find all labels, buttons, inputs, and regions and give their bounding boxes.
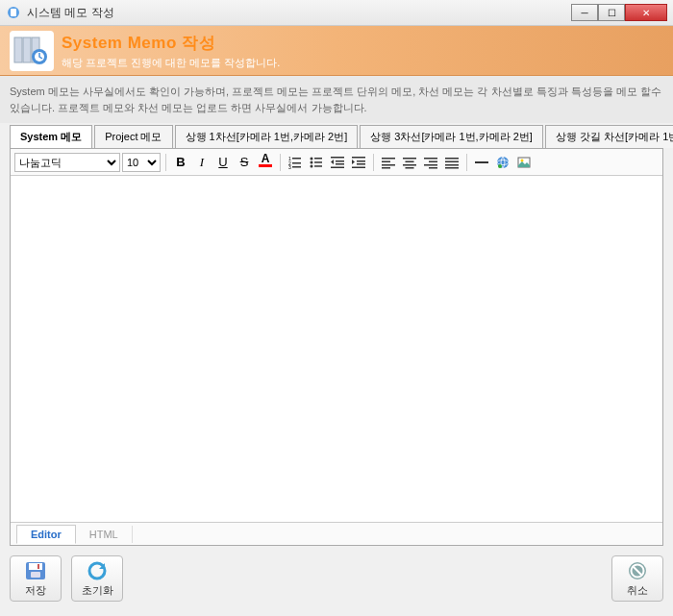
svg-rect-27 bbox=[382, 158, 395, 160]
cancel-label: 취소 bbox=[627, 583, 648, 598]
svg-rect-39 bbox=[445, 158, 459, 160]
cancel-icon bbox=[626, 560, 649, 581]
outdent-button[interactable] bbox=[328, 153, 347, 172]
header-banner: System Memo 작성 해당 프로젝트 진행에 대한 메모를 작성합니다. bbox=[0, 26, 673, 76]
svg-rect-35 bbox=[424, 158, 437, 160]
svg-rect-31 bbox=[403, 158, 416, 160]
svg-rect-18 bbox=[314, 165, 322, 167]
svg-rect-30 bbox=[382, 167, 390, 169]
svg-rect-1 bbox=[11, 9, 16, 16]
svg-rect-52 bbox=[37, 564, 39, 569]
svg-rect-24 bbox=[357, 160, 365, 162]
bold-button[interactable]: B bbox=[171, 153, 190, 172]
unordered-list-button[interactable] bbox=[307, 153, 326, 172]
memo-tabs: System 메모 Project 메모 상행 1차선[카메라 1번,카메라 2… bbox=[0, 125, 673, 148]
save-button[interactable]: 저장 bbox=[10, 555, 62, 602]
svg-rect-41 bbox=[445, 164, 459, 166]
svg-rect-37 bbox=[424, 164, 437, 166]
align-center-button[interactable] bbox=[400, 153, 419, 172]
svg-point-13 bbox=[311, 157, 313, 160]
reset-icon bbox=[86, 560, 109, 581]
image-button[interactable] bbox=[514, 153, 534, 172]
svg-rect-34 bbox=[406, 167, 414, 169]
font-color-letter: A bbox=[262, 153, 270, 164]
app-icon bbox=[6, 5, 21, 20]
underline-button[interactable]: U bbox=[213, 153, 233, 172]
tab-project-memo[interactable]: Project 메모 bbox=[94, 125, 172, 148]
ordered-list-button[interactable]: 123 bbox=[286, 153, 305, 172]
svg-rect-36 bbox=[429, 160, 437, 162]
titlebar: 시스템 메모 작성 ─ ☐ ✕ bbox=[0, 0, 673, 26]
italic-button[interactable]: I bbox=[192, 153, 212, 172]
align-justify-button[interactable] bbox=[442, 153, 461, 172]
minimize-button[interactable]: ─ bbox=[571, 4, 598, 21]
svg-rect-43 bbox=[475, 161, 488, 163]
footer: 저장 초기화 취소 bbox=[0, 546, 673, 611]
font-color-bar bbox=[259, 164, 272, 167]
align-right-button[interactable] bbox=[421, 153, 440, 172]
header-subtitle: 해당 프로젝트 진행에 대한 메모를 작성합니다. bbox=[62, 56, 280, 70]
svg-rect-16 bbox=[314, 161, 322, 163]
svg-rect-14 bbox=[314, 158, 322, 160]
svg-point-17 bbox=[311, 164, 313, 167]
svg-point-15 bbox=[311, 160, 313, 163]
separator bbox=[280, 154, 281, 171]
svg-rect-25 bbox=[357, 163, 365, 165]
svg-point-46 bbox=[498, 164, 502, 168]
align-left-button[interactable] bbox=[379, 153, 398, 172]
strike-button[interactable]: S bbox=[235, 153, 254, 172]
header-title: System Memo 작성 bbox=[62, 32, 280, 54]
font-color-button[interactable]: A bbox=[256, 153, 275, 172]
horizontal-rule-button[interactable] bbox=[472, 153, 491, 172]
header-icon bbox=[10, 31, 54, 71]
editor-textarea[interactable] bbox=[11, 176, 662, 522]
reset-button[interactable]: 초기화 bbox=[71, 555, 123, 602]
svg-rect-29 bbox=[382, 164, 395, 166]
indent-button[interactable] bbox=[349, 153, 368, 172]
svg-rect-33 bbox=[403, 164, 416, 166]
maximize-button[interactable]: ☐ bbox=[598, 4, 625, 21]
save-icon bbox=[24, 560, 47, 581]
svg-rect-12 bbox=[292, 166, 301, 168]
svg-rect-19 bbox=[331, 157, 344, 159]
tab-lane-3[interactable]: 상행 3차선[카메라 1번,카메라 2번] bbox=[360, 125, 543, 148]
tab-lane-shoulder[interactable]: 상행 갓길 차선[카메라 1번,카메라 2번] bbox=[545, 125, 673, 148]
svg-rect-23 bbox=[352, 157, 365, 159]
header-texts: System Memo 작성 해당 프로젝트 진행에 대한 메모를 작성합니다. bbox=[62, 32, 280, 70]
svg-rect-21 bbox=[336, 163, 344, 165]
link-button[interactable] bbox=[493, 153, 512, 172]
svg-rect-2 bbox=[14, 37, 22, 62]
separator bbox=[165, 154, 166, 171]
editor-container: 나눔고딕 10 B I U S A 123 Editor HTML bbox=[10, 148, 663, 546]
svg-rect-32 bbox=[406, 160, 414, 162]
editor-mode-tab[interactable]: Editor bbox=[16, 525, 76, 544]
font-size-select[interactable]: 10 bbox=[122, 153, 161, 172]
reset-label: 초기화 bbox=[82, 583, 113, 598]
svg-rect-42 bbox=[445, 167, 459, 169]
font-family-select[interactable]: 나눔고딕 bbox=[14, 153, 120, 172]
window-title: 시스템 메모 작성 bbox=[27, 5, 571, 21]
html-mode-tab[interactable]: HTML bbox=[76, 526, 133, 543]
window-controls: ─ ☐ ✕ bbox=[571, 4, 667, 21]
svg-text:3: 3 bbox=[288, 164, 291, 169]
svg-rect-38 bbox=[429, 167, 437, 169]
svg-rect-50 bbox=[29, 563, 42, 570]
description-text: System 메모는 사무실에서도 확인이 가능하며, 프로젝트 메모는 프로젝… bbox=[0, 76, 673, 123]
svg-rect-8 bbox=[292, 158, 301, 160]
editor-mode-tabs: Editor HTML bbox=[11, 522, 662, 545]
close-button[interactable]: ✕ bbox=[625, 4, 667, 21]
svg-rect-51 bbox=[31, 572, 40, 578]
svg-rect-10 bbox=[292, 162, 301, 164]
cancel-button[interactable]: 취소 bbox=[611, 555, 663, 602]
svg-rect-20 bbox=[336, 160, 344, 162]
save-label: 저장 bbox=[25, 583, 46, 598]
editor-toolbar: 나눔고딕 10 B I U S A 123 bbox=[11, 149, 662, 176]
spacer bbox=[133, 555, 602, 602]
svg-rect-22 bbox=[331, 166, 344, 168]
tab-system-memo[interactable]: System 메모 bbox=[10, 125, 92, 148]
svg-rect-3 bbox=[23, 37, 31, 62]
tab-lane-1[interactable]: 상행 1차선[카메라 1번,카메라 2번] bbox=[175, 125, 359, 148]
separator bbox=[466, 154, 467, 171]
separator bbox=[373, 154, 374, 171]
svg-rect-40 bbox=[445, 160, 459, 162]
